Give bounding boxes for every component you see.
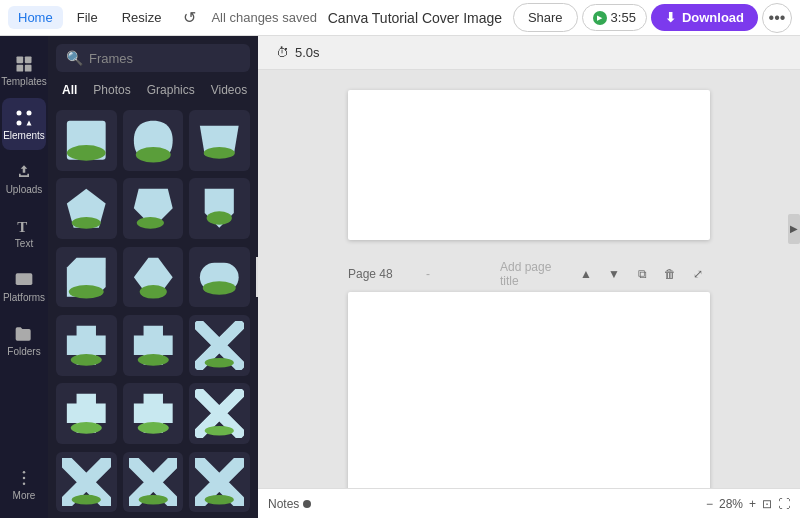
tab-graphics[interactable]: Graphics (141, 80, 201, 100)
bottom-left: Notes (268, 497, 311, 511)
panel-collapse-button[interactable]: ◀ (256, 257, 258, 297)
download-icon: ⬇ (665, 10, 676, 25)
timer-value: 5.0s (295, 45, 320, 60)
svg-point-4 (17, 110, 22, 115)
svg-rect-2 (17, 64, 24, 71)
scroll-right-button[interactable]: ▶ (788, 214, 800, 244)
canvas-page-48[interactable] (348, 292, 710, 507)
left-sidebar: Templates Elements Uploads T Text Platfo… (0, 36, 48, 518)
fullscreen-button[interactable]: ⛶ (778, 497, 790, 511)
page-number: Page 48 (348, 267, 416, 281)
page-47-wrapper (348, 90, 710, 240)
fit-page-button[interactable]: ⊡ (762, 497, 772, 511)
frame-item[interactable] (189, 178, 250, 239)
svg-rect-3 (25, 64, 32, 71)
file-label: File (77, 10, 98, 25)
play-icon (593, 11, 607, 25)
canvas-scroll-area[interactable]: Page 48 - Add page title ▲ ▼ ⧉ 🗑 ⤢ + Add… (258, 70, 800, 518)
frame-item[interactable] (189, 383, 250, 444)
frame-item[interactable] (189, 110, 250, 171)
undo-button[interactable]: ↺ (175, 4, 203, 32)
zoom-out-button[interactable]: − (706, 497, 713, 511)
frame-item[interactable] (123, 315, 184, 376)
frame-item[interactable] (123, 110, 184, 171)
svg-marker-7 (27, 120, 32, 125)
notes-dot-indicator (303, 500, 311, 508)
elements-panel: 🔍 ✕ ⚙ All Photos Graphics Videos A (48, 36, 258, 518)
svg-point-12 (23, 482, 26, 485)
page-menu-button[interactable]: ⤢ (686, 262, 710, 286)
zoom-in-button[interactable]: + (749, 497, 756, 511)
home-label: Home (18, 10, 53, 25)
page-title-separator: - (426, 267, 494, 281)
svg-point-14 (67, 145, 106, 161)
canvas-page-47[interactable] (348, 90, 710, 240)
frame-item[interactable] (189, 452, 250, 513)
frame-item[interactable] (56, 247, 117, 308)
svg-point-10 (23, 470, 26, 473)
bottom-right: − 28% + ⊡ ⛶ (706, 497, 790, 511)
page-up-button[interactable]: ▲ (574, 262, 598, 286)
saved-status: All changes saved (211, 10, 317, 25)
sidebar-item-platforms[interactable]: Platforms (2, 260, 46, 312)
svg-point-21 (139, 285, 166, 299)
page-down-button[interactable]: ▼ (602, 262, 626, 286)
search-input[interactable] (89, 51, 257, 66)
frame-item[interactable] (189, 247, 250, 308)
frames-grid (48, 106, 258, 518)
search-bar: 🔍 ✕ ⚙ (56, 44, 250, 72)
home-button[interactable]: Home (8, 6, 63, 29)
svg-rect-0 (17, 56, 24, 63)
svg-point-30 (72, 495, 101, 505)
frame-item[interactable] (56, 178, 117, 239)
sidebar-item-folders[interactable]: Folders (2, 314, 46, 366)
frame-item[interactable] (56, 452, 117, 513)
tab-all[interactable]: All (56, 80, 83, 100)
share-button[interactable]: Share (513, 3, 578, 32)
notes-button[interactable]: Notes (268, 497, 299, 511)
resize-label: Resize (122, 10, 162, 25)
search-tabs: All Photos Graphics Videos A (48, 80, 258, 106)
page-title-placeholder[interactable]: Add page title (500, 260, 568, 288)
frame-item[interactable] (123, 452, 184, 513)
tab-videos[interactable]: Videos (205, 80, 253, 100)
svg-text:T: T (17, 218, 27, 234)
sidebar-item-templates[interactable]: Templates (2, 44, 46, 96)
document-title: Canva Tutorial Cover Image (321, 10, 509, 26)
tab-photos[interactable]: Photos (87, 80, 136, 100)
frame-item[interactable] (123, 247, 184, 308)
svg-rect-1 (25, 56, 32, 63)
page-label-row: Page 48 - Add page title ▲ ▼ ⧉ 🗑 ⤢ (348, 260, 710, 288)
frame-item[interactable] (189, 315, 250, 376)
sidebar-item-more[interactable]: More (2, 458, 46, 510)
top-bar: Home File Resize ↺ All changes saved Can… (0, 0, 800, 36)
page-toolbar: ▲ ▼ ⧉ 🗑 ⤢ (574, 262, 710, 286)
timer-icon: ⏱ (276, 45, 289, 60)
timer-bar: ⏱ 5.0s (258, 36, 800, 70)
sidebar-item-text[interactable]: T Text (2, 206, 46, 258)
svg-point-29 (205, 426, 234, 436)
download-button[interactable]: ⬇ Download (651, 4, 758, 31)
sidebar-item-label: Templates (1, 76, 47, 87)
svg-point-23 (203, 281, 236, 295)
svg-point-32 (205, 495, 234, 505)
sidebar-item-uploads[interactable]: Uploads (2, 152, 46, 204)
frame-item[interactable] (123, 383, 184, 444)
svg-point-27 (71, 422, 102, 434)
frame-item[interactable] (56, 110, 117, 171)
frame-item[interactable] (56, 383, 117, 444)
svg-point-18 (136, 217, 163, 229)
resize-button[interactable]: Resize (112, 6, 172, 29)
frame-item[interactable] (123, 178, 184, 239)
more-options-button[interactable]: ••• (762, 3, 792, 33)
page-delete-button[interactable]: 🗑 (658, 262, 682, 286)
file-button[interactable]: File (67, 6, 108, 29)
svg-rect-9 (16, 273, 33, 285)
timer-button[interactable]: 3:55 (582, 4, 647, 31)
sidebar-item-elements[interactable]: Elements (2, 98, 46, 150)
frame-item[interactable] (56, 315, 117, 376)
svg-point-5 (27, 110, 32, 115)
page-copy-button[interactable]: ⧉ (630, 262, 654, 286)
svg-point-17 (72, 217, 101, 229)
bottom-bar: Notes − 28% + ⊡ ⛶ (258, 488, 800, 518)
